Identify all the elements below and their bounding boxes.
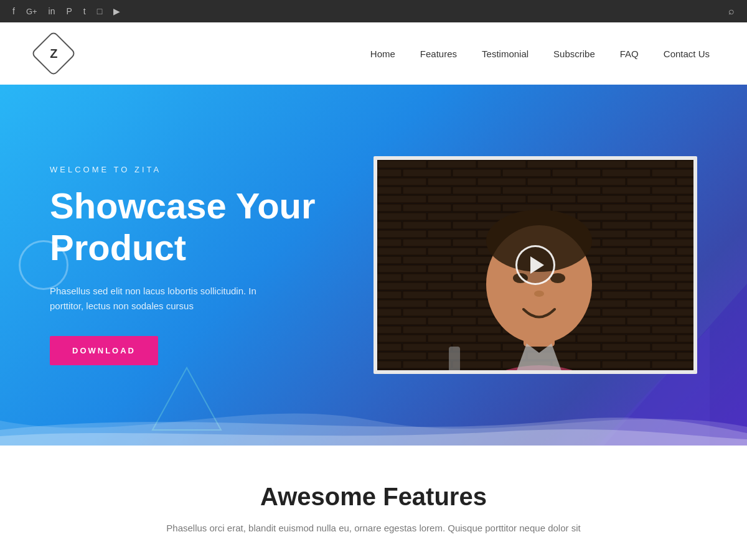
nav-features[interactable]: Features: [420, 49, 457, 59]
video-play-button[interactable]: [515, 245, 555, 285]
logo[interactable]: Z: [37, 37, 70, 70]
facebook-icon[interactable]: f: [12, 6, 15, 16]
hero-content: WELCOME TO ZITA Showcase Your Product Ph…: [50, 165, 374, 365]
googleplus-icon[interactable]: G+: [26, 7, 37, 16]
social-icons: f G+ in P t □ ▶: [12, 6, 120, 16]
nav-testimonial[interactable]: Testimonial: [482, 49, 529, 59]
download-button[interactable]: DOWNLOAD: [50, 336, 158, 365]
site-header: Z Home Features Testimonial Subscribe FA…: [0, 22, 747, 85]
logo-letter: Z: [50, 47, 57, 61]
hero-wave-decoration: [0, 396, 747, 446]
logo-diamond: Z: [31, 30, 77, 77]
hero-video-area: [374, 156, 697, 374]
top-bar: f G+ in P t □ ▶ ⌕: [0, 0, 747, 22]
svg-rect-22: [449, 347, 460, 370]
hero-title: Showcase Your Product: [50, 185, 349, 268]
hero-section: WELCOME TO ZITA Showcase Your Product Ph…: [0, 85, 747, 446]
features-section: Awesome Features Phasellus orci erat, bl…: [0, 446, 747, 560]
nav-subscribe[interactable]: Subscribe: [553, 49, 595, 59]
instagram-icon[interactable]: □: [97, 6, 102, 16]
linkedin-icon[interactable]: in: [49, 6, 55, 16]
video-frame[interactable]: [374, 156, 697, 374]
hero-subtitle: WELCOME TO ZITA: [50, 165, 349, 174]
nav-contact[interactable]: Contact Us: [664, 49, 710, 59]
youtube-icon[interactable]: ▶: [113, 6, 120, 16]
main-nav: Home Features Testimonial Subscribe FAQ …: [370, 49, 710, 59]
twitter-icon[interactable]: t: [83, 6, 86, 16]
nav-faq[interactable]: FAQ: [620, 49, 639, 59]
features-description: Phasellus orci erat, blandit euismod nul…: [156, 521, 591, 536]
search-icon[interactable]: ⌕: [728, 6, 735, 17]
pinterest-icon[interactable]: P: [67, 6, 72, 16]
nav-home[interactable]: Home: [370, 49, 395, 59]
hero-description: Phasellus sed elit non lacus lobortis so…: [50, 284, 286, 314]
features-title: Awesome Features: [50, 483, 697, 511]
